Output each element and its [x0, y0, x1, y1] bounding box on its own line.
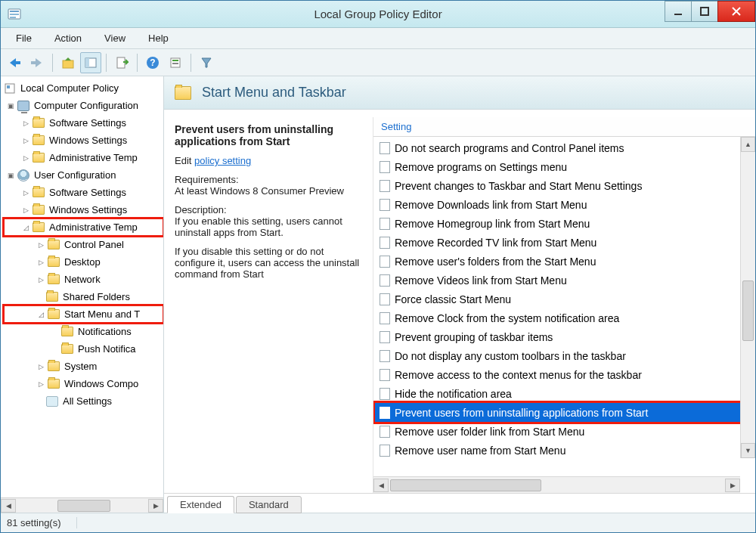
tree-notifications[interactable]: Notifications [4, 323, 163, 340]
show-hide-tree-button[interactable] [80, 52, 101, 73]
scroll-down-button[interactable]: ▼ [741, 443, 755, 458]
tree-control-panel[interactable]: ▷ Control Panel [4, 236, 163, 253]
expander-icon[interactable]: ▷ [36, 240, 46, 250]
setting-row[interactable]: Do not display any custom toolbars in th… [375, 346, 755, 365]
toolbar-separator [191, 54, 191, 72]
scroll-right-button[interactable]: ▶ [725, 479, 740, 492]
list-vscrollbar[interactable]: ▲ ▼ [740, 137, 755, 458]
minimize-button[interactable] [665, 1, 692, 22]
scroll-up-button[interactable]: ▲ [741, 137, 755, 152]
svg-text:?: ? [150, 57, 155, 68]
expander-icon[interactable]: ▷ [20, 118, 31, 129]
forward-button[interactable] [26, 52, 48, 73]
tree-scrollbar[interactable]: ◀ ▶ [1, 497, 163, 513]
list-hscrollbar[interactable]: ◀ ▶ [373, 476, 740, 493]
menu-action[interactable]: Action [44, 29, 92, 47]
tree-desktop[interactable]: ▷ Desktop [4, 253, 163, 271]
expander-icon[interactable]: ▷ [20, 135, 31, 146]
page-title: Start Menu and Taskbar [202, 85, 346, 101]
expander-icon[interactable]: ▣ [5, 101, 16, 111]
tree-label: Local Computer Policy [19, 82, 119, 94]
folder-icon [175, 86, 191, 100]
scroll-track[interactable] [389, 479, 725, 492]
scroll-thumb[interactable] [742, 280, 754, 341]
setting-row[interactable]: Prevent grouping of taskbar items [375, 327, 755, 346]
scroll-track[interactable] [16, 499, 148, 513]
menu-view[interactable]: View [94, 29, 136, 47]
tree-cc-software-settings[interactable]: ▷ Software Settings [4, 114, 163, 132]
tree-shared-folders[interactable]: Shared Folders [4, 288, 163, 305]
tree-uc-software-settings[interactable]: ▷ Software Settings [4, 184, 163, 201]
tree-label: Software Settings [48, 187, 126, 198]
policy-setting-link[interactable]: policy setting [194, 155, 251, 166]
setting-row[interactable]: Remove programs on Settings menu [375, 157, 755, 176]
tab-extended[interactable]: Extended [167, 496, 234, 513]
expander-icon[interactable]: ▷ [36, 361, 46, 372]
help-button[interactable]: ? [142, 52, 163, 73]
tree-label: System [63, 361, 97, 372]
tree-uc-windows-settings[interactable]: ▷ Windows Settings [4, 201, 163, 218]
setting-row[interactable]: Remove user name from Start Menu [375, 441, 755, 460]
filter-button[interactable] [196, 52, 217, 73]
expander-icon[interactable]: ▷ [20, 187, 31, 198]
tree-push-notifications[interactable]: Push Notifica [4, 340, 163, 358]
setting-row[interactable]: Do not search programs and Control Panel… [375, 138, 755, 157]
setting-row[interactable]: Prevent users from uninstalling applicat… [375, 403, 755, 422]
setting-row[interactable]: Force classic Start Menu [375, 290, 755, 308]
tree-root[interactable]: Local Computer Policy [4, 79, 163, 97]
setting-row[interactable]: Remove Clock from the system notificatio… [375, 308, 755, 327]
tree-system[interactable]: ▷ System [4, 358, 163, 375]
export-button[interactable] [111, 52, 132, 73]
tree-start-menu-taskbar[interactable]: ◿ Start Menu and T [4, 305, 163, 323]
setting-row[interactable]: Remove user folder link from Start Menu [375, 422, 755, 441]
up-button[interactable] [57, 52, 79, 73]
setting-row[interactable]: Hide the notification area [375, 384, 755, 403]
menu-help[interactable]: Help [138, 29, 179, 47]
tree-all-settings[interactable]: All Settings [4, 392, 163, 410]
tree-cc-admin-templates[interactable]: ▷ Administrative Temp [4, 149, 163, 166]
setting-row[interactable]: Remove Recorded TV link from Start Menu [375, 233, 755, 252]
tree-cc-windows-settings[interactable]: ▷ Windows Settings [4, 132, 163, 149]
expander-icon[interactable]: ◿ [20, 222, 31, 233]
expander-icon[interactable]: ▷ [20, 205, 31, 215]
list-column-header[interactable]: Setting [373, 117, 755, 137]
expander-icon[interactable]: ▷ [36, 379, 46, 389]
folder-icon [33, 135, 45, 145]
scroll-left-button[interactable]: ◀ [373, 479, 389, 492]
tree-label: Network [63, 274, 101, 285]
expander-icon[interactable]: ▷ [36, 257, 46, 268]
expander-icon[interactable]: ▣ [5, 170, 16, 181]
scroll-thumb[interactable] [390, 479, 541, 491]
help-icon: ? [146, 56, 160, 70]
close-button[interactable] [717, 1, 755, 22]
maximize-button[interactable] [691, 1, 718, 22]
tree-label: Desktop [63, 256, 101, 268]
scroll-right-button[interactable]: ▶ [148, 499, 163, 513]
tree-label: Shared Folders [61, 291, 130, 302]
scroll-left-button[interactable]: ◀ [1, 499, 16, 513]
menu-file[interactable]: File [5, 29, 42, 47]
policy-tree[interactable]: Local Computer Policy ▣ Computer Configu… [1, 76, 163, 497]
expander-icon[interactable]: ▷ [20, 153, 31, 163]
properties-button[interactable] [165, 52, 186, 73]
tree-windows-components[interactable]: ▷ Windows Compo [4, 375, 163, 392]
setting-row[interactable]: Remove user's folders from the Start Men… [375, 252, 755, 271]
setting-row[interactable]: Remove access to the context menus for t… [375, 365, 755, 384]
tree-network[interactable]: ▷ Network [4, 271, 163, 288]
tree-computer-configuration[interactable]: ▣ Computer Configuration [4, 97, 163, 114]
expander-icon[interactable]: ◿ [36, 309, 46, 320]
setting-label: Prevent changes to Taskbar and Start Men… [395, 180, 642, 192]
tab-standard[interactable]: Standard [236, 496, 302, 513]
app-window: Local Group Policy Editor File Action Vi… [0, 0, 756, 533]
setting-label: Remove Recorded TV link from Start Menu [395, 237, 596, 249]
scroll-thumb[interactable] [57, 500, 110, 512]
tree-user-configuration[interactable]: ▣ User Configuration [4, 166, 163, 184]
setting-row[interactable]: Prevent changes to Taskbar and Start Men… [375, 176, 755, 195]
scroll-track[interactable] [741, 152, 755, 443]
setting-row[interactable]: Remove Downloads link from Start Menu [375, 195, 755, 214]
tree-uc-admin-templates[interactable]: ◿ Administrative Temp [4, 218, 163, 236]
expander-icon[interactable]: ▷ [36, 274, 46, 285]
setting-row[interactable]: Remove Videos link from Start Menu [375, 271, 755, 290]
back-button[interactable] [4, 52, 25, 73]
setting-row[interactable]: Remove Homegroup link from Start Menu [375, 214, 755, 233]
